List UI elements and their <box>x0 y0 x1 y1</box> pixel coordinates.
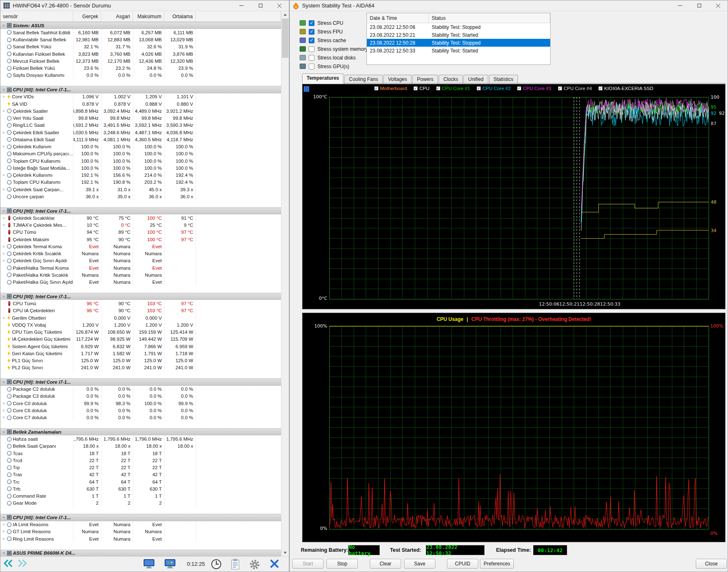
sensor-row[interactable]: >GT Limit ReasonsNumaraNumaraNumara <box>0 528 281 535</box>
exit-icon[interactable] <box>269 559 279 569</box>
sensor-row[interactable]: CPU Tümü96 °C90 °C103 °C97 °C <box>0 300 281 307</box>
sensor-row[interactable]: >TJMAX'e Çekirdek Mes...10 °C0 °C25 °C9 … <box>0 221 281 228</box>
sensor-row[interactable]: Trc64 T64 T64 T <box>0 478 281 485</box>
sensor-row[interactable]: Package C3 doluluk0.0 %0.0 %0.0 %0.0 % <box>0 393 281 400</box>
sensor-section-row[interactable]: >CPU [#0]: Intel Core i7-1... <box>0 514 281 521</box>
hwinfo-titlebar[interactable]: HWiNFO64 v7.26-4800 - Sensör Durumu <box>0 0 289 11</box>
clear-button[interactable]: Clear <box>370 559 401 569</box>
sensor-row[interactable]: Sanal Bellek Yükü32.1 %31.7 %32.6 %31.9 … <box>0 43 281 50</box>
sensor-row[interactable]: >Gerilim Ofsetleri0.000 V0.000 V <box>0 314 281 321</box>
sensor-row[interactable]: >Çekirdek Kritik SıcaklıkNumaraNumaraNum… <box>0 250 281 257</box>
sensor-row[interactable]: >Core C7 doluluk0.0 %0.0 %0.0 %0.0 % <box>0 414 281 421</box>
sensor-row[interactable]: >Ring Limit ReasonsEvetNumaraEvet <box>0 535 281 542</box>
sensor-row[interactable]: >IA Limit ReasonsEvetNumaraEvet <box>0 521 281 528</box>
sensor-row[interactable]: SA VID0.878 V0.878 V0.888 V0.880 V <box>0 100 281 107</box>
save-button[interactable]: Save <box>404 559 435 569</box>
sensor-row[interactable]: VDDQ TX Voltaj1.200 V1.200 V1.200 V1.200… <box>0 321 281 328</box>
checkbox[interactable]: ✓ <box>309 20 314 26</box>
gear-icon[interactable] <box>249 559 260 570</box>
sensor-row[interactable]: >Core VIDs1.096 V1.002 V1.205 V1.101 V <box>0 93 281 100</box>
column-header-min[interactable]: Asgari <box>101 11 133 21</box>
stress-option[interactable]: ✓Stress cache <box>300 36 368 45</box>
sensor-row[interactable]: Trp22 T22 T22 T <box>0 464 281 471</box>
sensor-row[interactable]: CPU IA Çekirdekleri96 °C90 °C103 °C97 °C <box>0 307 281 314</box>
log-row[interactable]: 23.08.2022 12:50:33Stability Test: Start… <box>367 47 550 55</box>
maximize-icon[interactable] <box>690 0 709 11</box>
sensor-row[interactable]: CPU Tüm Güç Tüketimi126.874 W108.650 W15… <box>0 328 281 335</box>
forward-arrows-icon[interactable] <box>17 559 28 568</box>
sensor-row[interactable]: Sistem Agent Güç tüketimi6.929 W6.832 W7… <box>0 343 281 350</box>
sensor-row[interactable]: Gear Mode222 <box>0 500 281 507</box>
sensor-row[interactable]: CPU Tümü94 °C89 °C100 °C97 °C <box>0 229 281 236</box>
stop-button[interactable]: Stop <box>326 559 358 569</box>
report-icon[interactable] <box>231 559 240 570</box>
sensor-row[interactable]: Trfc630 T630 T630 T <box>0 485 281 492</box>
sensor-row[interactable]: Hafıza saati1,795.6 MHz1,795.6 MHz1,796.… <box>0 435 281 442</box>
sensor-row[interactable]: Maksimum CPU/İş parçacı...100.0 %100.0 %… <box>0 150 281 157</box>
maximize-icon[interactable] <box>251 0 270 11</box>
tab-unified[interactable]: Unified <box>463 75 488 84</box>
chevron-down-icon[interactable]: > <box>2 380 6 384</box>
sensor-row[interactable]: Fiziksel Bellek Yükü23.6 %23.2 %24.8 %23… <box>0 65 281 72</box>
sensor-row[interactable]: >Çekirdek Kullanımı192.1 %156.6 %214.0 %… <box>0 172 281 179</box>
sensor-row[interactable]: Paket/Halka Termal KısmaEvetNumaraEvet <box>0 264 281 271</box>
sensor-row[interactable]: Paket/Halka Güç Sınırı AşıldıEvetNumaraE… <box>0 279 281 286</box>
sensor-row[interactable]: PL1 Güç Sınırı125.0 W125.0 W125.0 W125.0… <box>0 357 281 364</box>
sensor-row[interactable]: >Çekirdek Saatler3,898.8 MHz3,092.4 MHz4… <box>0 107 281 114</box>
sensor-row[interactable]: Tras42 T42 T42 T <box>0 471 281 478</box>
log-row[interactable]: 23.08.2022 12:50:06Stability Test: Stopp… <box>367 23 550 31</box>
sensor-row[interactable]: >Çekirdek Kullanım100.0 %100.0 %100.0 %1… <box>0 143 281 150</box>
sensor-section-row[interactable]: >CPU [#0]: Intel Core i7-1... <box>0 86 281 93</box>
checkbox[interactable] <box>309 46 314 52</box>
sensor-section-row[interactable]: >ASUS PRIME B660M-K D4... <box>0 550 281 556</box>
log-row[interactable]: 23.08.2022 12:50:28Stability Test: Stopp… <box>367 39 550 47</box>
tab-powers[interactable]: Powers <box>412 75 438 84</box>
close-icon[interactable] <box>270 0 289 11</box>
sensor-row[interactable]: Ring/LLC Saati3,591.2 MHz3,491.5 MHz3,59… <box>0 122 281 129</box>
stress-option[interactable]: ✓Stress CPU <box>300 19 368 27</box>
sensor-row[interactable]: >Çekirdek Sıcaklıklar90 °C75 °C100 °C91 … <box>0 214 281 221</box>
scroll-up-icon[interactable] <box>281 11 289 18</box>
sensor-row[interactable]: Kullanılan Fiziksel Bellek3,823 MB3,760 … <box>0 50 281 57</box>
stress-option[interactable]: Stress GPU(s) <box>300 62 368 71</box>
sensor-row[interactable]: Sanal Bellek Taahhüt Edildi6,160 MB6,072… <box>0 29 281 36</box>
sensor-row[interactable]: Çekirdek Maksim95 °C90 °C100 °C97 °C <box>0 236 281 243</box>
preferences-button[interactable]: Preferences <box>480 559 514 569</box>
scrollbar-thumb[interactable] <box>282 19 288 58</box>
sensor-row[interactable]: Mevcut Fiziksel Bellek12,373 MB12,170 MB… <box>0 57 281 64</box>
sensor-row[interactable]: >Çekirdek Termal KısmaEvetNumaraEvet <box>0 243 281 250</box>
sensor-row[interactable]: Package C2 doluluk0.0 %0.0 %0.0 %0.0 % <box>0 386 281 393</box>
checkbox[interactable] <box>309 55 314 61</box>
log-column-status[interactable]: Status <box>429 13 550 23</box>
sensor-row[interactable]: Ortalama Etkili Saat4,111.9 MHz4,081.1 M… <box>0 136 281 143</box>
sensor-row[interactable]: >Çekirdek Saat Çarpan...39.1 x31.0 x45.0… <box>0 186 281 193</box>
vertical-scrollbar[interactable] <box>281 11 289 556</box>
tab-cooling-fans[interactable]: Cooling Fans <box>344 75 383 84</box>
sensor-row[interactable]: Command Rate1 T1 T1 T <box>0 493 281 500</box>
chevron-down-icon[interactable]: > <box>2 88 6 92</box>
sensor-section-row[interactable]: >CPU [#0]: Intel Core i7-1... <box>0 293 281 300</box>
sensor-row[interactable]: Paket/Halka Kritik SıcaklıkNumaraNumaraN… <box>0 271 281 278</box>
chevron-down-icon[interactable]: > <box>2 515 6 520</box>
sensor-section-row[interactable]: >CPU [#0]: Intel Core i7-1... <box>0 207 281 214</box>
close-button[interactable]: Close <box>696 559 727 569</box>
log-row[interactable]: 23.08.2022 12:50:21Stability Test: Start… <box>367 31 550 39</box>
column-header-avg[interactable]: Ortalama <box>164 11 196 21</box>
sensor-row[interactable]: İsteğe Bağlı Saat Modüla...100.0 %100.0 … <box>0 164 281 171</box>
sensor-row[interactable]: Veri Yolu Saati99.8 MHz99.8 MHz99.8 MHz9… <box>0 114 281 121</box>
scroll-down-icon[interactable] <box>281 549 289 556</box>
sensor-row[interactable]: Bellek Saati Çarpanı18.00 x18.00 x18.00 … <box>0 443 281 450</box>
sensor-row[interactable]: Toplam CPU Kullanımı100.0 %100.0 %100.0 … <box>0 157 281 164</box>
sensor-row[interactable]: Uncore çarpan36.0 x35.0 x36.0 x36.0 x <box>0 193 281 200</box>
chevron-down-icon[interactable]: > <box>2 551 6 555</box>
sensor-row[interactable]: Kullanılabilir Sanal Bellek12,981 MB12,8… <box>0 36 281 43</box>
tab-voltages[interactable]: Voltages <box>383 75 411 84</box>
aida-titlebar[interactable]: System Stability Test - AIDA64 <box>290 0 728 11</box>
sensor-row[interactable]: Toplam CPU Kullanımı192.1 %190.8 %203.2 … <box>0 179 281 186</box>
column-header-current[interactable]: Gerçek <box>73 11 101 21</box>
column-header-max[interactable]: Maksimum <box>133 11 164 21</box>
stress-option[interactable]: Stress system memory <box>300 45 368 53</box>
chevron-down-icon[interactable]: > <box>2 294 6 299</box>
close-icon[interactable] <box>709 0 728 11</box>
back-arrows-icon[interactable] <box>3 559 14 568</box>
